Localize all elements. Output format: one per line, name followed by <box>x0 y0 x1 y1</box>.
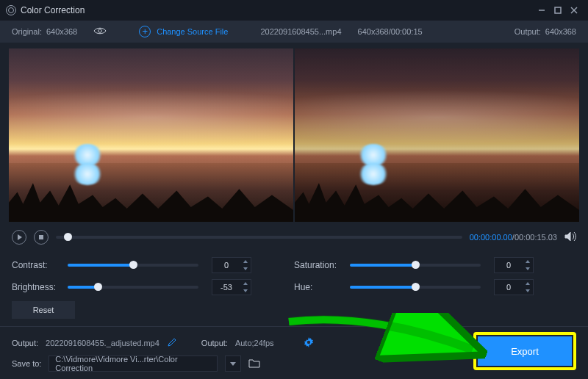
contrast-step-down[interactable] <box>240 265 251 272</box>
save-to-label: Save to: <box>12 359 41 368</box>
svg-rect-1 <box>555 7 561 13</box>
change-source-label: Change Source File <box>157 27 228 36</box>
export-button[interactable]: Export <box>478 336 572 366</box>
timecode: 00:00:00.00/00:00:15.03 <box>470 233 557 242</box>
output-file-label: Output: <box>12 339 38 347</box>
contrast-value[interactable]: 0 <box>212 257 251 273</box>
close-button[interactable] <box>566 2 582 18</box>
svg-point-4 <box>98 29 102 33</box>
saturation-step-up[interactable] <box>523 258 533 265</box>
reset-button[interactable]: Reset <box>12 301 75 319</box>
source-dims-duration: 640x368/00:00:15 <box>358 27 423 36</box>
format-settings-icon[interactable] <box>304 337 314 349</box>
stop-button[interactable] <box>34 230 49 245</box>
open-folder-icon[interactable] <box>248 358 260 369</box>
preview-toggle-icon[interactable] <box>93 26 107 37</box>
seek-slider[interactable] <box>56 236 462 239</box>
output-label: Output: <box>514 27 541 36</box>
saturation-value[interactable]: 0 <box>494 257 534 273</box>
original-dims: 640x368 <box>46 27 77 36</box>
hue-step-up[interactable] <box>523 280 533 287</box>
brightness-value[interactable]: -53 <box>212 279 251 295</box>
contrast-slider[interactable] <box>68 264 198 267</box>
contrast-label: Contrast: <box>12 260 60 270</box>
saturation-label: Saturation: <box>294 260 343 270</box>
title-bar: Color Correction <box>0 0 588 21</box>
preview-area <box>0 43 588 225</box>
adjustment-panel: Contrast: 0 Saturation: 0 Brightness: -5… <box>0 250 588 320</box>
output-dims: 640x368 <box>545 27 576 36</box>
original-label: Original: <box>12 27 42 36</box>
brightness-step-up[interactable] <box>240 280 251 287</box>
contrast-step-up[interactable] <box>240 258 251 265</box>
svg-point-5 <box>306 341 309 344</box>
saturation-slider[interactable] <box>350 264 481 267</box>
brightness-label: Brightness: <box>12 282 60 292</box>
transport-bar: 00:00:00.00/00:00:15.03 <box>0 225 588 250</box>
volume-icon[interactable] <box>564 231 576 244</box>
minimize-button[interactable] <box>534 2 550 18</box>
output-format-value: Auto;24fps <box>235 339 274 347</box>
app-logo-icon <box>6 5 16 15</box>
hue-slider[interactable] <box>350 286 481 289</box>
brightness-slider[interactable] <box>68 286 198 289</box>
preview-adjusted <box>295 48 579 222</box>
info-bar: Original: 640x368 Change Source File 202… <box>0 21 588 43</box>
output-file-name: 2022091608455._adjusted.mp4 <box>46 339 159 347</box>
brightness-step-down[interactable] <box>240 287 251 295</box>
hue-step-down[interactable] <box>523 287 533 295</box>
maximize-button[interactable] <box>550 2 566 18</box>
hue-label: Hue: <box>294 282 343 292</box>
hue-value[interactable]: 0 <box>494 279 534 295</box>
save-path-dropdown[interactable] <box>225 355 241 372</box>
saturation-step-down[interactable] <box>523 265 533 272</box>
plus-circle-icon <box>139 26 151 37</box>
save-path-field[interactable]: C:\Vidmore\Vidmore Vi...rter\Color Corre… <box>49 355 218 372</box>
play-button[interactable] <box>12 230 26 245</box>
source-filename: 2022091608455...mp4 <box>260 27 341 36</box>
rename-icon[interactable] <box>167 338 176 349</box>
window-title: Color Correction <box>21 5 85 15</box>
output-format-label: Output: <box>201 339 228 347</box>
preview-original <box>9 48 293 222</box>
change-source-button[interactable]: Change Source File <box>139 26 228 37</box>
